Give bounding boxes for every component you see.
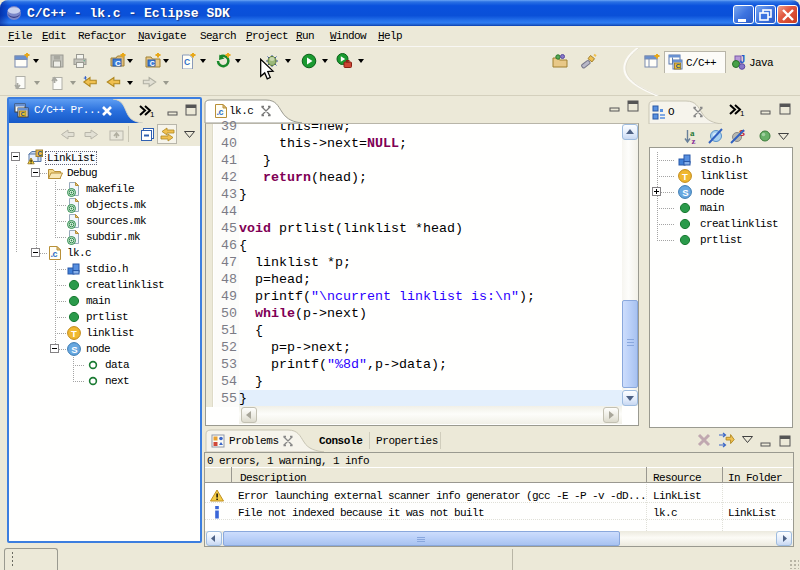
svg-text:C: C [150, 60, 155, 67]
svg-text:z: z [692, 136, 696, 145]
svg-text:C: C [184, 57, 190, 67]
svg-text:C: C [115, 59, 121, 68]
svg-text:T: T [71, 328, 77, 339]
svg-text:.c: .c [217, 107, 224, 117]
svg-text:.c: .c [51, 249, 58, 259]
svg-text:1: 1 [740, 109, 745, 117]
svg-text:S: S [682, 187, 688, 198]
svg-text:S: S [71, 344, 77, 355]
svg-text:1: 1 [150, 110, 155, 118]
svg-text:J: J [740, 54, 745, 65]
svg-text:T: T [682, 171, 688, 182]
